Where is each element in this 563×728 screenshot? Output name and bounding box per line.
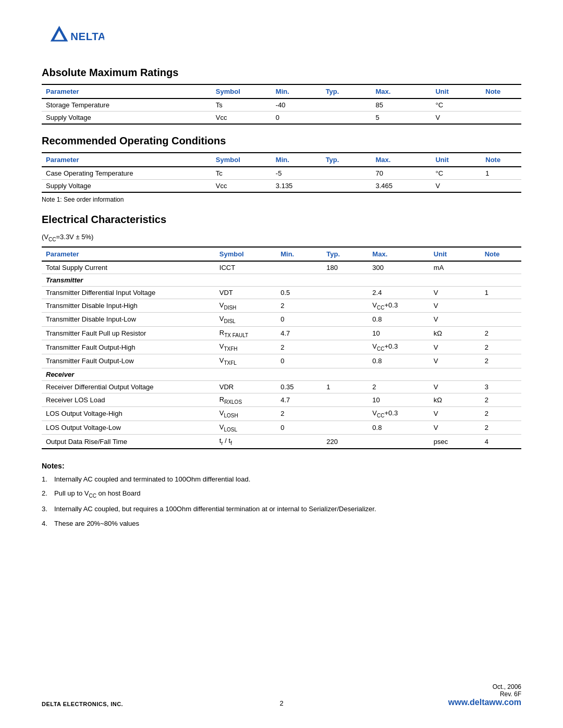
table-row: Transmitter Differential Input Voltage V… [42, 286, 521, 299]
list-item: 3. Internally AC coupled, but requires a… [42, 504, 521, 514]
max-trtf [368, 435, 429, 449]
symbol-vdt: VDT [215, 286, 276, 299]
transmitter-group-header: Transmitter [42, 274, 521, 286]
note-vtxfh: 2 [481, 340, 521, 354]
note-ts [481, 98, 521, 112]
col-min-2: Min. [272, 153, 322, 167]
receiver-group-header: Receiver [42, 368, 521, 380]
param-vlosl: LOS Output Voltage-Low [42, 421, 215, 435]
min-rtxfault: 4.7 [276, 326, 322, 340]
typ-vdish [322, 299, 368, 313]
table-row: Total Supply Current ICCT 180 300 mA [42, 261, 521, 274]
col-unit-2: Unit [431, 153, 481, 167]
unit-trtf: psec [430, 435, 481, 449]
table-row: LOS Output Voltage-Low VLOSL 0 0.8 V 2 [42, 421, 521, 435]
absolute-max-header-row: Parameter Symbol Min. Typ. Max. Unit Not… [42, 84, 521, 98]
transmitter-label: Transmitter [42, 274, 521, 286]
symbol-vdisl: VDISL [215, 313, 276, 327]
min-vlosh: 2 [276, 407, 322, 421]
absolute-max-title: Absolute Maximum Ratings [42, 67, 521, 79]
svg-text:NELTA: NELTA [70, 31, 104, 42]
table-row: Transmitter Fault Output-Low VTXFL 0 0.8… [42, 354, 521, 368]
table-row: Supply Voltage Vcc 0 5 V [42, 112, 521, 125]
notes-title: Notes: [42, 462, 521, 470]
max-rrxlos: 10 [368, 393, 429, 407]
typ-vtxfl [322, 354, 368, 368]
symbol-vdish: VDISH [215, 299, 276, 313]
max-vtxfl: 0.8 [368, 354, 429, 368]
col-parameter-1: Parameter [42, 84, 212, 98]
symbol-tc: Tc [212, 167, 272, 180]
note-rrxlos: 2 [481, 393, 521, 407]
max-icct: 300 [368, 261, 429, 274]
electrical-header-row: Parameter Symbol Min. Typ. Max. Unit Not… [42, 247, 521, 261]
col-symbol-1: Symbol [212, 84, 272, 98]
typ-tc [322, 167, 372, 180]
max-vlosl: 0.8 [368, 421, 429, 435]
param-vlosh: LOS Output Voltage-High [42, 407, 215, 421]
note-tc: 1 [481, 167, 521, 180]
table-row: LOS Output Voltage-High VLOSH 2 VCC+0.3 … [42, 407, 521, 421]
max-vdt: 2.4 [368, 286, 429, 299]
typ-vcc-2 [322, 180, 372, 193]
typ-vdr: 1 [322, 380, 368, 393]
recommended-title: Recommended Operating Conditions [42, 135, 521, 147]
note-num-4: 4. [42, 519, 54, 529]
typ-vdt [322, 286, 368, 299]
symbol-vtxfh: VTXFH [215, 340, 276, 354]
typ-vdisl [322, 313, 368, 327]
param-storage-temp: Storage Temperature [42, 98, 212, 112]
unit-icct: mA [430, 261, 481, 274]
min-vdish: 2 [276, 299, 322, 313]
table-row: Receiver LOS Load RRXLOS 4.7 10 kΩ 2 [42, 393, 521, 407]
unit-vcc-1: V [431, 112, 481, 125]
min-vtxfh: 2 [276, 340, 322, 354]
note-num-2: 2. [42, 488, 54, 499]
symbol-vtxfl: VTXFL [215, 354, 276, 368]
unit-ts: °C [431, 98, 481, 112]
receiver-label: Receiver [42, 368, 521, 380]
typ-vcc-1 [322, 112, 372, 125]
list-item: 1. Internally AC coupled and terminated … [42, 474, 521, 485]
note-text-4: These are 20%~80% values [54, 519, 139, 529]
note-text-2: Pull up to VCC on host Board [54, 488, 141, 500]
max-vlosh: VCC+0.3 [368, 407, 429, 421]
notes-list: 1. Internally AC coupled and terminated … [42, 474, 521, 528]
unit-vcc-2: V [431, 180, 481, 193]
typ-icct: 180 [322, 261, 368, 274]
col-max-2: Max. [371, 153, 431, 167]
min-vlosl: 0 [276, 421, 322, 435]
col-note-2: Note [481, 153, 521, 167]
col-max-3: Max. [368, 247, 429, 261]
min-rrxlos: 4.7 [276, 393, 322, 407]
symbol-rrxlos: RRXLOS [215, 393, 276, 407]
footer: DELTA ELECTRONICS, INC. 2 Oct., 2006 Rev… [0, 683, 563, 707]
recommended-table: Parameter Symbol Min. Typ. Max. Unit Not… [42, 152, 521, 193]
typ-vtxfh [322, 340, 368, 354]
table-row: Case Operating Temperature Tc -5 70 °C 1 [42, 167, 521, 180]
col-symbol-3: Symbol [215, 247, 276, 261]
col-unit-1: Unit [431, 84, 481, 98]
logo-area: NELTA [42, 21, 521, 51]
unit-vdr: V [430, 380, 481, 393]
param-vdr: Receiver Differential Output Voltage [42, 380, 215, 393]
table-row: Supply Voltage Vcc 3.135 3.465 V [42, 180, 521, 193]
max-vcc-2: 3.465 [371, 180, 431, 193]
symbol-vlosl: VLOSL [215, 421, 276, 435]
typ-rrxlos [322, 393, 368, 407]
col-min-1: Min. [272, 84, 322, 98]
unit-vlosh: V [430, 407, 481, 421]
max-vdisl: 0.8 [368, 313, 429, 327]
recommended-header-row: Parameter Symbol Min. Typ. Max. Unit Not… [42, 153, 521, 167]
param-vtxfh: Transmitter Fault Output-High [42, 340, 215, 354]
unit-vdish: V [430, 299, 481, 313]
note-rtxfault: 2 [481, 326, 521, 340]
note-vdisl [481, 313, 521, 327]
col-typ-2: Typ. [322, 153, 372, 167]
electrical-table: Parameter Symbol Min. Typ. Max. Unit Not… [42, 246, 521, 449]
note-vtxfl: 2 [481, 354, 521, 368]
note-trtf: 4 [481, 435, 521, 449]
param-icct: Total Supply Current [42, 261, 215, 274]
min-vcc-2: 3.135 [272, 180, 322, 193]
list-item: 2. Pull up to VCC on host Board [42, 488, 521, 500]
